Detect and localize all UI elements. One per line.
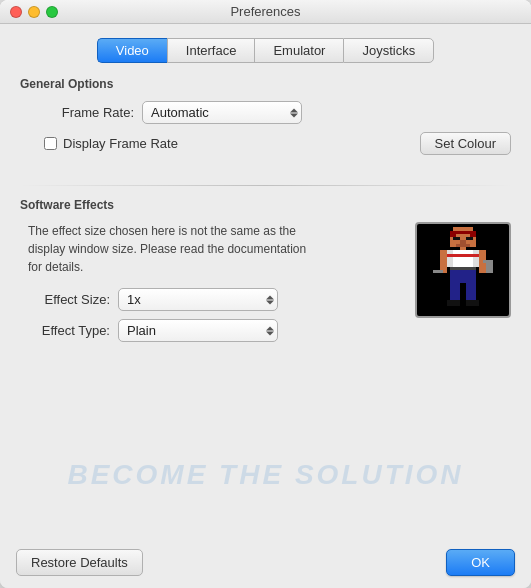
section-divider [20,185,511,186]
preferences-window: Preferences Video Interface Emulator Joy… [0,0,531,588]
svg-rect-13 [450,267,476,270]
effects-note: The effect size chosen here is not the s… [28,222,308,276]
svg-rect-2 [450,231,476,234]
effect-type-select-wrapper: Plain Scanlines CRT Blur [118,319,278,342]
software-effects-section: Software Effects The effect size chosen … [20,198,511,350]
display-frame-rate-label: Display Frame Rate [63,136,178,151]
svg-rect-17 [447,300,460,307]
effect-type-label: Effect Type: [20,323,110,338]
svg-rect-7 [460,240,467,243]
title-bar: Preferences [0,0,531,24]
ok-button[interactable]: OK [446,549,515,576]
svg-rect-18 [466,300,479,307]
tab-bar: Video Interface Emulator Joysticks [20,38,511,63]
tab-joysticks[interactable]: Joysticks [343,38,434,63]
svg-rect-16 [466,283,476,299]
svg-rect-5 [453,237,460,240]
minimize-button[interactable] [28,6,40,18]
effect-size-select-wrapper: 1x 2x 3x 4x [118,288,278,311]
svg-rect-19 [440,250,447,273]
content-area: Video Interface Emulator Joysticks Gener… [0,24,531,539]
svg-rect-3 [450,234,457,237]
frame-rate-select[interactable]: Automatic 25 fps 30 fps 50 fps 60 fps [142,101,302,124]
svg-rect-22 [483,260,493,263]
frame-rate-label: Frame Rate: [44,105,134,120]
svg-rect-11 [447,250,454,266]
svg-rect-6 [466,237,473,240]
watermark-text: Become The Solution [0,459,531,491]
general-options-label: General Options [20,77,511,91]
tab-interface[interactable]: Interface [167,38,255,63]
effect-type-select[interactable]: Plain Scanlines CRT Blur [118,319,278,342]
effect-size-row: Effect Size: 1x 2x 3x 4x [20,288,395,311]
maximize-button[interactable] [46,6,58,18]
effects-content: The effect size chosen here is not the s… [20,222,511,350]
effect-size-label: Effect Size: [20,292,110,307]
tab-emulator[interactable]: Emulator [254,38,343,63]
effects-fields: The effect size chosen here is not the s… [20,222,395,350]
svg-rect-4 [470,234,477,237]
frame-rate-row: Frame Rate: Automatic 25 fps 30 fps 50 f… [44,101,511,124]
svg-rect-0 [453,227,473,230]
general-options-section: General Options Frame Rate: Automatic 25… [20,77,511,163]
bottom-bar: Restore Defaults OK [0,539,531,588]
svg-rect-21 [433,270,443,273]
pixel-preview [415,222,511,318]
window-title: Preferences [230,4,300,19]
display-frame-rate-row: Display Frame Rate Set Colour [44,132,511,155]
svg-rect-15 [450,283,460,299]
set-colour-button[interactable]: Set Colour [420,132,511,155]
effect-type-row: Effect Type: Plain Scanlines CRT Blur [20,319,395,342]
close-button[interactable] [10,6,22,18]
restore-defaults-button[interactable]: Restore Defaults [16,549,143,576]
window-controls [10,6,58,18]
sprite-image [417,224,509,316]
svg-rect-12 [473,250,480,266]
svg-rect-9 [460,247,467,250]
svg-rect-14 [450,270,476,283]
svg-rect-23 [486,263,493,273]
frame-rate-select-wrapper: Automatic 25 fps 30 fps 50 fps 60 fps [142,101,302,124]
software-effects-label: Software Effects [20,198,511,212]
tab-video[interactable]: Video [97,38,167,63]
display-frame-rate-checkbox[interactable] [44,137,57,150]
svg-rect-8 [456,244,469,247]
svg-rect-24 [447,254,480,257]
effect-size-select[interactable]: 1x 2x 3x 4x [118,288,278,311]
